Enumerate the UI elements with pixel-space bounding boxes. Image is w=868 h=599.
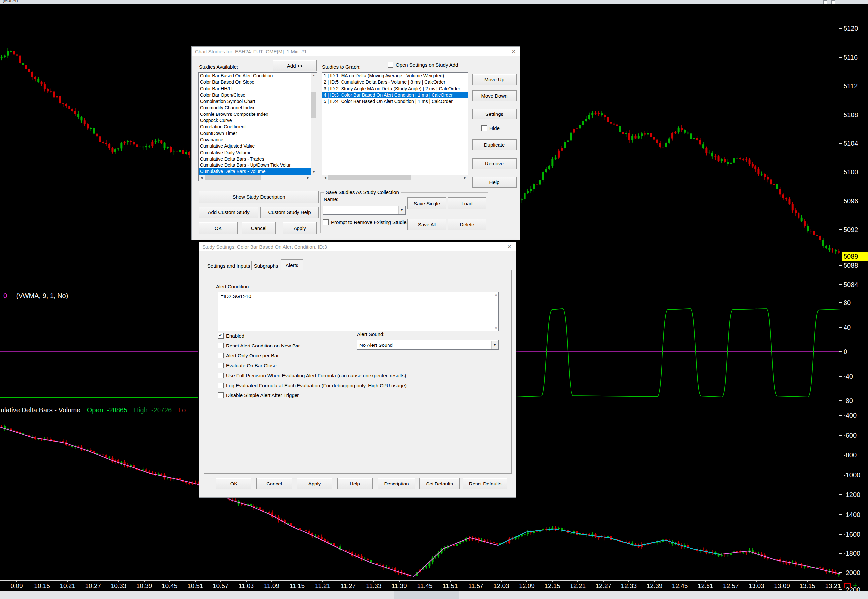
price-scale-label: -1600 bbox=[844, 531, 860, 539]
checkbox-icon[interactable] bbox=[218, 353, 224, 358]
alert-sound-combobox[interactable]: No Alert Sound ▼ bbox=[357, 340, 499, 350]
apply-button[interactable]: Apply bbox=[283, 222, 317, 234]
list-item[interactable]: Combination Symbol Chart bbox=[199, 98, 311, 105]
list-item[interactable]: Cumulative Daily Volume bbox=[199, 150, 311, 156]
studies-available-list[interactable]: Color Bar Based On Alert ConditionColor … bbox=[198, 72, 317, 181]
alert-option-checkbox[interactable]: Alert Only Once per Bar bbox=[218, 353, 278, 358]
scale-plus-icon[interactable]: + bbox=[853, 581, 857, 590]
scroll-down-icon[interactable]: ∨ bbox=[495, 326, 497, 330]
list-item[interactable]: Cumulative Delta Bars - Trades bbox=[199, 156, 311, 162]
chevron-down-icon[interactable]: ▼ bbox=[399, 206, 405, 214]
help-button[interactable]: Help bbox=[472, 177, 517, 188]
study-settings-titlebar[interactable]: Study Settings: Color Bar Based On Alert… bbox=[199, 242, 516, 251]
list-item[interactable]: 3 | ID:2 Study Angle MA on Delta (Study … bbox=[322, 86, 468, 92]
checkbox-icon[interactable] bbox=[481, 125, 487, 131]
list-item[interactable]: Color Bar Open/Close bbox=[199, 92, 311, 98]
list-item[interactable]: Covariance bbox=[199, 137, 311, 143]
ok-button[interactable]: OK bbox=[199, 222, 238, 234]
list-item[interactable]: 2 | ID:5 Cumulative Delta Bars - Volume … bbox=[322, 79, 468, 85]
description-button[interactable]: Description bbox=[378, 478, 415, 489]
tab-alerts[interactable]: Alerts bbox=[281, 259, 303, 270]
cancel-button[interactable]: Cancel bbox=[256, 478, 292, 489]
save-all-button[interactable]: Save All bbox=[408, 219, 447, 230]
studies-to-graph-hscrollbar[interactable]: ◀ ▶ bbox=[322, 175, 468, 181]
list-item[interactable]: Connie Brown's Composite Index bbox=[199, 111, 311, 117]
move-down-button[interactable]: Move Down bbox=[472, 90, 517, 101]
list-item[interactable]: Coppock Curve bbox=[199, 117, 311, 124]
list-item[interactable]: 5 | ID:4 Color Bar Based On Alert Condit… bbox=[322, 98, 468, 105]
scale-lock-icon[interactable] bbox=[844, 584, 851, 588]
delete-button[interactable]: Delete bbox=[448, 219, 486, 230]
hscroll-thumb[interactable] bbox=[328, 175, 411, 180]
close-icon[interactable]: ✕ bbox=[507, 48, 520, 54]
name-label: Name: bbox=[323, 196, 338, 202]
scroll-right-icon[interactable]: ▶ bbox=[305, 175, 311, 181]
scroll-right-icon[interactable]: ▶ bbox=[462, 175, 468, 181]
alert-option-checkbox[interactable]: Enabled bbox=[218, 333, 244, 339]
list-item[interactable]: Cumulative Delta Bars - Up/Down Tick Vol… bbox=[199, 162, 311, 169]
vscroll-thumb[interactable] bbox=[311, 92, 316, 118]
list-item[interactable]: Color Bar HH/LL bbox=[199, 86, 311, 92]
list-item[interactable]: 4 | ID:3 Color Bar Based On Alert Condit… bbox=[322, 92, 468, 98]
studies-to-graph-list[interactable]: 1 | ID:1 MA on Delta (Moving Average - V… bbox=[322, 72, 468, 181]
cd-high-value: High: -20726 bbox=[134, 406, 172, 414]
chart-studies-titlebar[interactable]: Chart Studies for: ESH24_FUT_CME[M] 1 Mi… bbox=[192, 47, 520, 56]
apply-button[interactable]: Apply bbox=[297, 478, 332, 489]
scroll-up-icon[interactable]: ▲ bbox=[311, 73, 317, 78]
studies-available-hscrollbar[interactable]: ◀ ▶ bbox=[199, 175, 311, 181]
list-item[interactable]: Cumulative Delta Bars - Volume bbox=[199, 169, 311, 175]
scroll-left-icon[interactable]: ◀ bbox=[199, 175, 204, 181]
settings-button[interactable]: Settings bbox=[472, 108, 517, 119]
collection-name-combobox[interactable]: ▼ bbox=[323, 206, 406, 215]
hscroll-thumb[interactable] bbox=[205, 175, 261, 180]
list-item[interactable]: CountDown Timer bbox=[199, 130, 311, 137]
alert-condition-input[interactable]: =ID2.SG1>10 ∧ ∨ bbox=[218, 292, 499, 331]
set-defaults-button[interactable]: Set Defaults bbox=[419, 478, 460, 489]
tab-settings-and-inputs[interactable]: Settings and Inputs bbox=[206, 261, 252, 270]
alert-option-checkbox[interactable]: Evaluate On Bar Close bbox=[218, 363, 277, 368]
list-item[interactable]: Color Bar Based On Alert Condition bbox=[199, 73, 311, 79]
load-button[interactable]: Load bbox=[448, 197, 486, 209]
alert-option-checkbox[interactable]: Use Full Precision When Evaluating Alert… bbox=[218, 373, 406, 378]
studies-available-vscrollbar[interactable]: ▲ ▼ bbox=[311, 73, 317, 175]
checkbox-icon[interactable] bbox=[218, 363, 224, 368]
ok-button[interactable]: OK bbox=[216, 478, 251, 489]
checkbox-icon[interactable] bbox=[218, 343, 224, 349]
list-item[interactable]: Commodity Channel Index bbox=[199, 105, 311, 111]
scroll-up-icon[interactable]: ∧ bbox=[495, 292, 497, 297]
tab-subgraphs[interactable]: Subgraphs bbox=[252, 261, 280, 270]
help-button[interactable]: Help bbox=[337, 478, 373, 489]
chevron-down-icon[interactable]: ▼ bbox=[491, 340, 498, 349]
open-settings-checkbox[interactable]: Open Settings on Study Add bbox=[388, 62, 458, 68]
cancel-button[interactable]: Cancel bbox=[242, 222, 276, 234]
checkbox-icon[interactable] bbox=[218, 382, 224, 388]
checkbox-icon[interactable] bbox=[218, 373, 224, 378]
prompt-remove-checkbox[interactable]: Prompt to Remove Existing Studies bbox=[323, 220, 409, 225]
list-item[interactable]: Color Bar Based On Slope bbox=[199, 79, 311, 85]
axis-tick bbox=[839, 534, 842, 535]
checkbox-icon[interactable] bbox=[388, 62, 393, 68]
scroll-down-icon[interactable]: ▼ bbox=[311, 169, 317, 175]
custom-study-help-button[interactable]: Custom Study Help bbox=[260, 206, 319, 218]
alert-option-checkbox[interactable]: Disable Simple Alert After Trigger bbox=[218, 393, 299, 398]
show-study-description-button[interactable]: Show Study Description bbox=[199, 191, 319, 203]
close-icon[interactable]: ✕ bbox=[503, 244, 516, 250]
scroll-left-icon[interactable]: ◀ bbox=[322, 175, 328, 181]
duplicate-button[interactable]: Duplicate bbox=[472, 139, 517, 150]
list-item[interactable]: Cumulative Adjusted Value bbox=[199, 143, 311, 149]
remove-button[interactable]: Remove bbox=[472, 158, 517, 169]
alert-option-checkbox[interactable]: Log Evaluated Formula at Each Evaluation… bbox=[218, 382, 407, 388]
alert-option-label: Enabled bbox=[226, 333, 244, 339]
alert-option-checkbox[interactable]: Reset Alert Condition on New Bar bbox=[218, 343, 300, 349]
hide-checkbox[interactable]: Hide bbox=[481, 125, 500, 131]
add-custom-study-button[interactable]: Add Custom Study bbox=[199, 206, 259, 218]
checkbox-icon[interactable] bbox=[218, 393, 224, 398]
list-item[interactable]: Correlation Coefficient bbox=[199, 124, 311, 130]
add-button[interactable]: Add >> bbox=[273, 60, 317, 71]
reset-defaults-button[interactable]: Reset Defaults bbox=[463, 478, 507, 489]
save-single-button[interactable]: Save Single bbox=[408, 197, 447, 209]
checkbox-icon[interactable] bbox=[218, 333, 224, 339]
checkbox-icon[interactable] bbox=[323, 220, 329, 225]
list-item[interactable]: 1 | ID:1 MA on Delta (Moving Average - V… bbox=[322, 73, 468, 79]
move-up-button[interactable]: Move Up bbox=[472, 74, 517, 85]
